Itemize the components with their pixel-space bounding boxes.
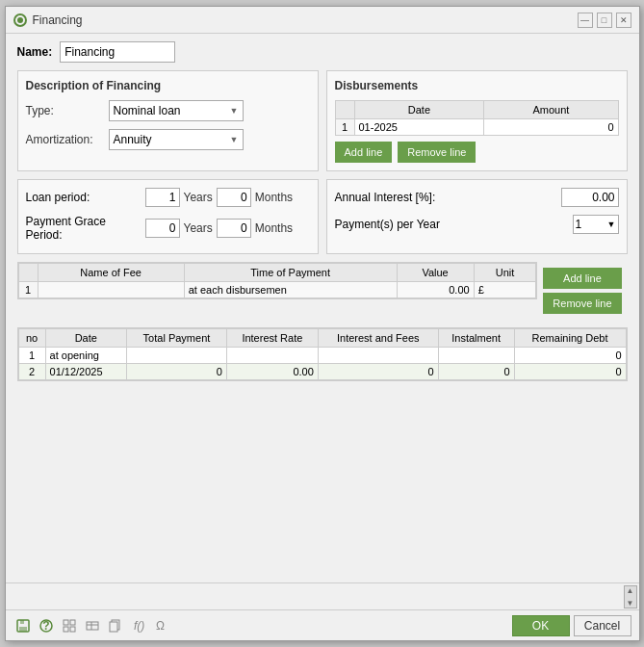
description-panel: Description of Financing Type: Nominal l… bbox=[17, 70, 319, 171]
amort-col-no: no bbox=[18, 329, 45, 348]
grace-period-label: Payment Grace Period: bbox=[26, 215, 142, 242]
loan-period-years-input[interactable] bbox=[145, 188, 180, 207]
fees-row-name[interactable] bbox=[38, 282, 184, 298]
amortization-select[interactable]: Annuity ▼ bbox=[109, 129, 244, 150]
svg-rect-8 bbox=[70, 627, 75, 632]
svg-text:f(): f() bbox=[134, 619, 144, 633]
fees-row-value[interactable]: 0.00 bbox=[397, 282, 474, 298]
payments-per-year-select[interactable]: 1 ▼ bbox=[573, 215, 619, 234]
disb-col-amount: Amount bbox=[484, 101, 618, 119]
table-icon[interactable] bbox=[83, 616, 102, 635]
close-button[interactable]: ✕ bbox=[616, 13, 631, 28]
fees-row-time[interactable]: at each disbursemen bbox=[184, 282, 397, 298]
fees-remove-line-button[interactable]: Remove line bbox=[543, 293, 621, 314]
copy-icon[interactable] bbox=[106, 616, 125, 635]
disb-row-amount[interactable]: 0 bbox=[484, 119, 618, 136]
amortization-arrow-icon: ▼ bbox=[230, 135, 239, 144]
disb-remove-line-button[interactable]: Remove line bbox=[398, 142, 476, 163]
amort-col-total: Total Payment bbox=[127, 329, 227, 348]
amortization-label: Amortization: bbox=[26, 133, 103, 146]
svg-rect-9 bbox=[87, 622, 98, 630]
disb-row-no: 1 bbox=[335, 119, 354, 136]
amortization-row: Amortization: Annuity ▼ bbox=[26, 129, 310, 150]
svg-rect-5 bbox=[64, 620, 68, 625]
svg-rect-2 bbox=[20, 620, 24, 624]
scrollbar-area: ▲ ▼ bbox=[6, 582, 639, 609]
grace-period-years-label: Years bbox=[184, 221, 213, 235]
name-input[interactable] bbox=[60, 41, 175, 63]
minimize-button[interactable]: — bbox=[578, 13, 593, 28]
fees-section: Name of Fee Time of Payment Value Unit 1… bbox=[17, 262, 628, 320]
maximize-button[interactable]: □ bbox=[597, 13, 612, 28]
loan-period-row: Loan period: Years Months bbox=[26, 188, 310, 207]
payments-per-year-label: Payment(s) per Year bbox=[335, 218, 440, 231]
fees-table-wrap: Name of Fee Time of Payment Value Unit 1… bbox=[17, 262, 538, 320]
disbursements-table: Date Amount 1 01-2025 0 bbox=[335, 100, 619, 136]
fees-table-container: Name of Fee Time of Payment Value Unit 1… bbox=[17, 262, 538, 299]
disbursements-title: Disbursements bbox=[335, 79, 619, 92]
fees-col-value: Value bbox=[397, 264, 474, 282]
svg-rect-6 bbox=[70, 620, 75, 625]
type-value: Nominal loan bbox=[114, 104, 181, 117]
amort-row-interest-rate bbox=[226, 348, 318, 364]
fees-buttons: Add line Remove line bbox=[537, 262, 627, 320]
loan-period-label: Loan period: bbox=[26, 191, 142, 204]
grace-period-years-input[interactable] bbox=[145, 219, 180, 238]
annual-interest-row: Annual Interest [%]: bbox=[335, 188, 619, 207]
grid-icon[interactable] bbox=[60, 616, 79, 635]
table-row: 1at opening0 bbox=[18, 348, 626, 364]
table-row: 1 at each disbursemen 0.00 £ bbox=[18, 282, 536, 298]
main-window: Financing — □ ✕ Name: Description of Fin… bbox=[5, 6, 640, 641]
disb-add-line-button[interactable]: Add line bbox=[335, 142, 393, 163]
amort-col-instalment: Instalment bbox=[438, 329, 514, 348]
cancel-button[interactable]: Cancel bbox=[574, 615, 631, 636]
scrollbar[interactable]: ▲ ▼ bbox=[624, 585, 637, 608]
loan-params-box: Loan period: Years Months Payment Grace … bbox=[17, 179, 319, 254]
annual-interest-input[interactable] bbox=[561, 188, 619, 207]
app-icon bbox=[13, 13, 27, 27]
amort-row-no: 1 bbox=[18, 348, 45, 364]
amortization-section: no Date Total Payment Interest Rate Inte… bbox=[17, 327, 628, 381]
amort-row-remaining: 0 bbox=[514, 348, 626, 364]
name-row: Name: bbox=[17, 41, 628, 63]
fees-col-unit: Unit bbox=[474, 264, 536, 282]
amort-row-total: 0 bbox=[127, 364, 227, 380]
window-controls: — □ ✕ bbox=[578, 13, 631, 28]
loan-period-months-label: Months bbox=[255, 191, 293, 204]
amort-row-interest-fees: 0 bbox=[318, 364, 438, 380]
amort-col-interest-rate: Interest Rate bbox=[226, 329, 318, 348]
grace-period-months-input[interactable] bbox=[217, 219, 251, 238]
window-title: Financing bbox=[33, 13, 83, 27]
amort-row-no: 2 bbox=[18, 364, 45, 380]
title-bar-left: Financing bbox=[13, 13, 83, 27]
disbursements-panel: Disbursements Date Amount 1 01-2025 bbox=[326, 70, 628, 171]
function-icon[interactable]: f() bbox=[129, 616, 148, 635]
ok-button[interactable]: OK bbox=[512, 615, 570, 636]
help-icon[interactable]: ? bbox=[37, 616, 56, 635]
amort-row-interest-fees bbox=[318, 348, 438, 364]
table-row: 1 01-2025 0 bbox=[335, 119, 618, 136]
amort-row-instalment: 0 bbox=[438, 364, 514, 380]
description-title: Description of Financing bbox=[26, 79, 310, 92]
amort-row-date: at opening bbox=[45, 348, 127, 364]
amortization-value: Annuity bbox=[114, 133, 152, 146]
save-icon[interactable] bbox=[13, 616, 33, 635]
grace-period-months-label: Months bbox=[255, 221, 293, 235]
fees-row-unit[interactable]: £ bbox=[474, 282, 536, 298]
disb-col-no bbox=[335, 101, 354, 119]
type-row: Type: Nominal loan ▼ bbox=[26, 100, 310, 121]
table-row: 201/12/202500.00000 bbox=[18, 364, 626, 380]
svg-rect-13 bbox=[110, 622, 117, 632]
disb-row-date[interactable]: 01-2025 bbox=[354, 119, 484, 136]
annual-interest-label: Annual Interest [%]: bbox=[335, 191, 436, 204]
fees-row-no: 1 bbox=[18, 282, 38, 298]
fees-table: Name of Fee Time of Payment Value Unit 1… bbox=[18, 263, 537, 298]
special-icon[interactable]: Ω bbox=[152, 616, 171, 635]
amortization-table: no Date Total Payment Interest Rate Inte… bbox=[18, 328, 627, 380]
amort-row-date: 01/12/2025 bbox=[45, 364, 127, 380]
amort-row-instalment bbox=[438, 348, 514, 364]
fees-add-line-button[interactable]: Add line bbox=[543, 268, 621, 289]
type-select[interactable]: Nominal loan ▼ bbox=[109, 100, 244, 121]
amort-col-date: Date bbox=[45, 329, 127, 348]
loan-period-months-input[interactable] bbox=[217, 188, 251, 207]
